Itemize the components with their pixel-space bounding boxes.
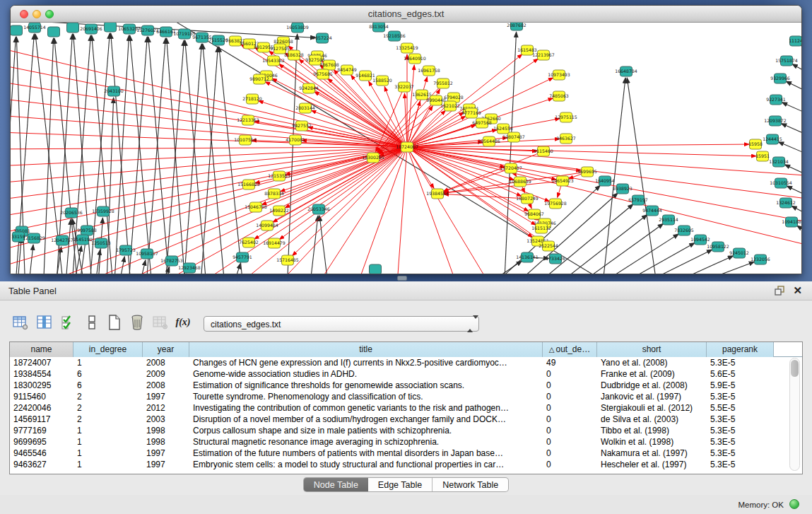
table-cell[interactable]: 2 <box>73 414 143 425</box>
table-settings-icon[interactable] <box>11 313 30 332</box>
table-cell[interactable]: 1 <box>73 448 143 459</box>
tab-edge-table[interactable]: Edge Table <box>368 477 432 492</box>
table-cell[interactable]: 5.3E-5 <box>707 448 774 459</box>
table-cell[interactable]: Disruption of a novel member of a sodium… <box>189 414 543 425</box>
table-cell[interactable]: 2008 <box>143 380 189 391</box>
table-cell[interactable]: Tourette syndrome. Phenomenology and cla… <box>189 391 543 402</box>
table-row[interactable]: 911546021997Tourette syndrome. Phenomeno… <box>10 391 802 402</box>
table-cell[interactable]: Genome-wide association studies in ADHD. <box>189 368 543 380</box>
graph-node[interactable] <box>11 25 23 35</box>
table-cell[interactable]: de Silva et al. (2003) <box>597 414 707 425</box>
delete-table-icon[interactable] <box>151 313 170 332</box>
table-cell[interactable]: 5.9E-5 <box>707 380 774 391</box>
table-cell[interactable]: Estimation of the future numbers of pati… <box>189 448 543 459</box>
table-cell[interactable]: 18300295 <box>10 380 73 391</box>
table-cell[interactable]: 1 <box>73 425 143 436</box>
table-cell[interactable]: 9463627 <box>10 459 73 470</box>
table-selector-dropdown[interactable]: citations_edges.txt <box>204 316 479 332</box>
graph-node[interactable] <box>67 23 79 33</box>
table-row[interactable]: 1456911722003Disruption of a novel membe… <box>10 414 802 425</box>
tab-network-table[interactable]: Network Table <box>433 477 509 492</box>
table-cell[interactable]: 5.3E-5 <box>707 357 774 368</box>
table-cell[interactable]: 6 <box>73 380 143 391</box>
table-row[interactable]: 2242004622012Investigating the contribut… <box>10 402 802 414</box>
table-cell[interactable]: 1 <box>73 357 143 368</box>
table-cell[interactable]: Hescheler et al. (1997) <box>597 459 707 470</box>
tab-node-table[interactable]: Node Table <box>303 477 368 492</box>
table-cell[interactable]: 2 <box>73 391 143 402</box>
table-row[interactable]: 946554611997Estimation of the future num… <box>10 448 802 459</box>
table-cell[interactable]: 2012 <box>143 402 189 414</box>
column-header-short[interactable]: short <box>597 342 707 357</box>
table-cell[interactable]: 9777169 <box>10 425 73 436</box>
table-cell[interactable]: 1997 <box>143 448 189 459</box>
table-cell[interactable]: Structural magnetic resonance image aver… <box>189 436 543 448</box>
graph-node[interactable] <box>48 27 60 37</box>
memory-ok-led-icon[interactable] <box>789 499 799 509</box>
table-cell[interactable]: 0 <box>543 436 597 448</box>
column-header-pagerank[interactable]: pagerank <box>707 342 774 357</box>
graph-node[interactable] <box>370 264 382 274</box>
show-columns-icon[interactable] <box>35 313 54 332</box>
graph-node[interactable]: 15951 <box>755 151 770 161</box>
panel-resize-handle[interactable] <box>397 276 407 281</box>
table-cell[interactable]: 9699695 <box>10 436 73 448</box>
table-cell[interactable]: 1998 <box>143 425 189 436</box>
table-cell[interactable]: Jankovic et al. (1997) <box>597 391 707 402</box>
table-cell[interactable]: Corpus callosum shape and size in male p… <box>189 425 543 436</box>
table-cell[interactable]: 5.3E-5 <box>707 436 774 448</box>
function-builder-icon[interactable]: f(x) <box>174 313 192 332</box>
scrollbar-thumb[interactable] <box>791 360 799 377</box>
table-vertical-scrollbar[interactable] <box>789 358 800 471</box>
table-cell[interactable]: 1 <box>73 459 143 470</box>
table-cell[interactable]: 5.3E-5 <box>707 414 774 425</box>
table-cell[interactable]: 0 <box>543 368 597 380</box>
table-cell[interactable]: 22420046 <box>10 402 73 414</box>
table-cell[interactable]: 5.3E-5 <box>707 425 774 436</box>
float-panel-icon[interactable] <box>774 285 785 296</box>
network-canvas[interactable]: 1405571420691406106532871527602164661611… <box>11 23 801 274</box>
select-rows-icon[interactable] <box>59 313 78 332</box>
table-cell[interactable]: 1 <box>73 436 143 448</box>
column-header-in_degree[interactable]: in_degree <box>73 342 143 357</box>
table-cell[interactable]: Stergiakouli et al. (2012) <box>597 402 707 414</box>
table-cell[interactable]: Tibbo et al. (1998) <box>597 425 707 436</box>
table-cell[interactable]: 0 <box>543 448 597 459</box>
table-cell[interactable]: Estimation of significance thresholds fo… <box>189 380 543 391</box>
table-cell[interactable]: 49 <box>543 357 597 368</box>
table-cell[interactable]: Investigating the contribution of common… <box>189 402 543 414</box>
table-cell[interactable]: 0 <box>543 391 597 402</box>
table-cell[interactable]: Nakamura et al. (1997) <box>597 448 707 459</box>
table-cell[interactable]: Embryonic stem cells: a model to study s… <box>189 459 543 470</box>
close-panel-icon[interactable]: ✕ <box>793 284 802 297</box>
table-row[interactable]: 1830029562008Estimation of significance … <box>10 380 802 391</box>
graph-node[interactable]: 15958 <box>748 139 763 149</box>
column-header-year[interactable]: year <box>143 342 189 357</box>
column-header-name[interactable]: name <box>10 342 73 357</box>
table-cell[interactable]: 9115460 <box>10 391 73 402</box>
table-cell[interactable]: 1997 <box>143 459 189 470</box>
row-height-icon[interactable] <box>83 313 101 332</box>
table-cell[interactable]: 9465546 <box>10 448 73 459</box>
delete-column-icon[interactable] <box>128 313 146 332</box>
table-cell[interactable]: 5.3E-5 <box>707 391 774 402</box>
table-cell[interactable]: 0 <box>543 402 597 414</box>
table-cell[interactable]: Franke et al. (2009) <box>597 368 707 380</box>
table-cell[interactable]: Dudbridge et al. (2008) <box>597 380 707 391</box>
table-cell[interactable]: 2 <box>73 402 143 414</box>
table-cell[interactable]: 6 <box>73 368 143 380</box>
table-row[interactable]: 1938455462009Genome-wide association stu… <box>10 368 802 380</box>
table-cell[interactable]: Yano et al. (2008) <box>597 357 707 368</box>
table-row[interactable]: 946362711997Embryonic stem cells: a mode… <box>10 459 802 470</box>
graph-node[interactable]: 11124 <box>789 36 801 46</box>
table-cell[interactable]: 19384554 <box>10 368 73 380</box>
table-cell[interactable]: 1997 <box>143 391 189 402</box>
column-header-title[interactable]: title <box>189 342 543 357</box>
column-header-out_de[interactable]: △out_de… <box>543 342 597 357</box>
table-cell[interactable]: Changes of HCN gene expression and I(f) … <box>189 357 543 368</box>
graph-node[interactable] <box>105 23 117 32</box>
table-cell[interactable]: 2009 <box>143 368 189 380</box>
window-titlebar[interactable]: citations_edges.txt <box>11 6 801 23</box>
table-cell[interactable]: 5.5E-5 <box>707 402 774 414</box>
table-cell[interactable]: Wolkin et al. (1998) <box>597 436 707 448</box>
